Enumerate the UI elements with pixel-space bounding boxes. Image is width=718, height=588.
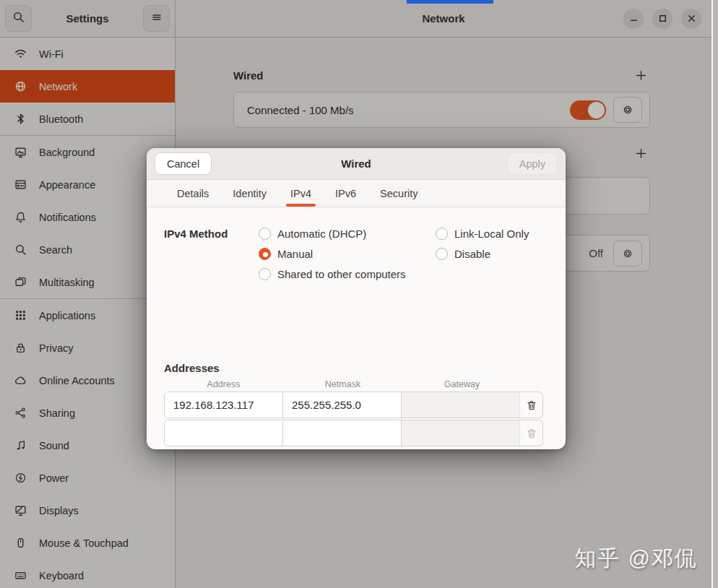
top-blue-strip [407,0,493,4]
dialog-tabbar: Details Identity IPv4 IPv6 Security [147,180,566,207]
radio-icon [259,228,271,240]
radio-icon [259,268,271,280]
radio-option-shared[interactable]: Shared to other computers [259,264,406,284]
radio-icon [436,228,448,240]
radio-label: Link-Local Only [454,228,529,240]
radio-label: Disable [454,248,490,260]
trash-icon [526,399,537,411]
ipv4-method-col1: Automatic (DHCP) Manual Shared to other … [259,223,406,284]
screen: Settings Network [0,0,718,588]
dialog-header: Wired Cancel Apply [147,148,566,180]
netmask-input[interactable] [282,420,402,446]
address-input[interactable] [164,420,283,446]
address-row-1 [164,392,543,418]
radio-icon [259,248,271,260]
address-column-headers: Address Netmask Gateway [164,379,522,389]
delete-address-button-disabled[interactable] [519,420,543,446]
apply-button[interactable]: Apply [507,152,558,175]
addresses-title: Addresses [164,362,220,374]
tab-ipv4[interactable]: IPv4 [290,180,311,207]
ipv4-method-label: IPv4 Method [164,228,228,240]
radio-option-manual[interactable]: Manual [259,243,406,264]
radio-label: Manual [277,248,313,260]
tab-identity[interactable]: Identity [233,180,267,207]
tab-details[interactable]: Details [177,180,209,207]
gateway-input[interactable] [401,392,520,418]
watermark: 知乎 @邓侃 [574,544,698,574]
netmask-input[interactable] [282,392,402,418]
trash-icon [526,428,537,439]
window-right-edge [711,0,718,588]
ipv4-page: IPv4 Method Automatic (DHCP) Manual Shar… [147,207,566,449]
radio-icon [436,248,448,260]
column-header-netmask: Netmask [283,379,402,389]
wired-dialog: Wired Cancel Apply Details Identity IPv4… [147,148,566,449]
radio-option-link-local[interactable]: Link-Local Only [436,223,529,243]
radio-option-disable[interactable]: Disable [436,243,529,264]
radio-label: Shared to other computers [277,268,406,280]
radio-option-automatic-dhcp[interactable]: Automatic (DHCP) [259,223,406,243]
column-header-gateway: Gateway [402,379,522,389]
cancel-button[interactable]: Cancel [155,152,212,175]
column-header-address: Address [164,379,283,389]
gateway-input[interactable] [401,420,520,446]
tab-ipv6[interactable]: IPv6 [335,180,356,207]
ipv4-method-col2: Link-Local Only Disable [436,223,529,264]
delete-address-button[interactable] [519,392,543,418]
tab-security[interactable]: Security [380,180,418,207]
radio-label: Automatic (DHCP) [277,228,366,240]
address-input[interactable] [164,392,283,418]
address-row-2 [164,420,543,446]
